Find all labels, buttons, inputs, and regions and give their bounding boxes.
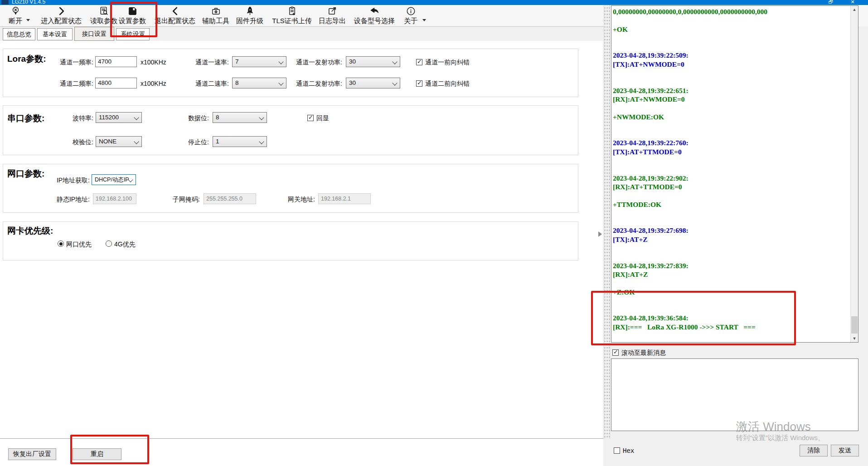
ch1-rate-value: 7 — [235, 58, 239, 65]
send-input[interactable] — [611, 358, 858, 431]
certificate-upload-icon — [287, 6, 297, 16]
log-line — [613, 34, 844, 42]
toolbar-item-label: 日志导出 — [319, 17, 346, 25]
log-line — [613, 252, 844, 261]
ch2-rate-value: 8 — [235, 79, 239, 86]
read-params-icon — [99, 6, 109, 16]
maximize-icon[interactable]: 🗗 — [824, 0, 838, 5]
log-export-icon — [327, 6, 338, 16]
chevron-down-icon — [392, 59, 397, 64]
4g-first-radio[interactable] — [106, 240, 112, 247]
log-line — [613, 42, 844, 51]
ethernet-first-radio[interactable] — [58, 240, 64, 247]
exit-config-button[interactable]: 退出配置状态 — [151, 5, 199, 26]
toolbar-item-label: 断开 — [9, 17, 22, 25]
read-params-button[interactable]: 读取参数 — [89, 5, 119, 26]
ch2-power-select[interactable]: 30 — [346, 78, 400, 88]
chevron-down-icon — [278, 80, 283, 85]
tab-interface-settings[interactable]: 接口设置 — [74, 27, 114, 41]
databits-select[interactable]: 8 — [213, 112, 267, 123]
tab-info-overview[interactable]: 信息总览 — [3, 28, 35, 40]
firmware-upgrade-button[interactable]: 固件升级 — [235, 5, 265, 26]
set-params-button[interactable]: 设置参数 — [116, 5, 149, 26]
ch2-rate-select[interactable]: 8 — [232, 78, 286, 88]
log-line — [613, 191, 844, 200]
baud-select[interactable]: 115200 — [96, 112, 142, 123]
about-button[interactable]: 关于 — [402, 5, 419, 26]
app-icon — [1, 0, 9, 5]
clear-button[interactable]: 清除 — [800, 445, 828, 456]
panel-splitter[interactable] — [604, 5, 610, 439]
hex-checkbox[interactable] — [614, 447, 620, 454]
log-output-panel[interactable]: 0,00000000,00000000,0,0000000000,0000000… — [611, 5, 858, 343]
chevron-down-icon — [259, 139, 264, 144]
log-line: [RX]:AT+TTMODE=0 — [613, 182, 844, 191]
factory-reset-button[interactable]: 恢复出厂设置 — [8, 448, 56, 460]
device-model-button[interactable]: 设备型号选择 — [353, 5, 396, 26]
scroll-up-icon[interactable]: ▲ — [851, 6, 858, 13]
tab-label: 信息总览 — [7, 30, 31, 39]
pin-disconnect-icon — [10, 6, 21, 16]
log-line: 2023-04-28,19:39:27:839: — [613, 261, 844, 270]
about-dropdown-arrow-icon[interactable] — [422, 19, 426, 21]
ip-mode-select[interactable]: DHCP/动态IP — [92, 174, 136, 185]
ch1-power-label: 通道一发射功率: — [288, 59, 342, 67]
echo-checkbox[interactable] — [307, 115, 314, 121]
log-line — [613, 305, 844, 314]
reboot-button[interactable]: 重启 — [73, 448, 121, 460]
ch2-freq-input[interactable]: 4800 — [95, 78, 137, 88]
log-line: [TX]:AT+TTMODE=0 — [613, 147, 844, 156]
ch2-rate-label: 通道二速率: — [191, 80, 229, 88]
log-line: 2023-04-28,19:39:36:584: — [613, 314, 844, 322]
network-groupbox — [3, 164, 578, 213]
toolbar-item-label: 设置参数 — [119, 17, 146, 25]
ch1-fec-label: 通道一前向纠错 — [425, 59, 470, 67]
log-line: 2023-04-28,19:39:22:509: — [613, 51, 844, 59]
parity-select[interactable]: NONE — [96, 136, 142, 147]
ch1-freq-input[interactable]: 4700 — [95, 56, 137, 67]
subnet-mask-label: 子网掩码: — [170, 196, 200, 204]
splitter-collapse-icon[interactable] — [598, 231, 602, 237]
chevron-right-icon — [56, 6, 67, 16]
scroll-to-latest-checkbox[interactable] — [612, 349, 619, 356]
ch1-fec-checkbox[interactable] — [416, 59, 422, 65]
log-line — [613, 217, 844, 226]
ch1-rate-select[interactable]: 7 — [232, 56, 286, 67]
ch2-freq-label: 通道二频率: — [45, 80, 93, 88]
echo-label: 回显 — [316, 114, 329, 123]
log-line — [613, 16, 844, 25]
tab-basic-settings[interactable]: 基本设置 — [37, 28, 73, 40]
log-line — [613, 165, 844, 173]
stopbits-label: 停止位: — [184, 138, 209, 147]
log-export-button[interactable]: 日志导出 — [317, 5, 347, 26]
log-content: 0,00000000,00000000,0,0000000000,0000000… — [613, 7, 844, 331]
static-ip-label: 静态IP地址: — [45, 196, 90, 204]
windows-activation-watermark-sub: 转到“设置”以激活 Windows。 — [736, 434, 824, 442]
lora-section-title: Lora参数: — [7, 53, 46, 65]
ch2-fec-checkbox[interactable] — [416, 80, 422, 87]
chevron-left-icon — [170, 6, 180, 16]
tls-cert-upload-button[interactable]: TLS证书上传 — [271, 5, 313, 26]
aux-tools-button[interactable]: 辅助工具 — [201, 5, 230, 26]
ch1-power-select[interactable]: 30 — [346, 56, 400, 67]
send-button[interactable]: 发送 — [831, 445, 859, 456]
enter-config-button[interactable]: 进入配置状态 — [35, 5, 87, 26]
title-bar: LG210 V1.4.5 🗗 ✕ — [0, 0, 868, 5]
disconnect-dropdown-arrow-icon[interactable] — [26, 19, 30, 21]
ch1-power-value: 30 — [349, 58, 356, 65]
log-scrollbar[interactable]: ▲ ▼ — [850, 6, 858, 342]
log-line: +Z:OK — [613, 288, 844, 296]
stopbits-select[interactable]: 1 — [213, 136, 267, 147]
ch1-rate-label: 通道一速率: — [191, 59, 229, 67]
scrollbar-thumb[interactable] — [851, 316, 858, 334]
tab-label: 系统设置 — [121, 30, 145, 39]
close-icon[interactable]: ✕ — [846, 0, 859, 5]
disconnect-button[interactable]: 断开 — [1, 5, 30, 26]
tab-label: 接口设置 — [82, 30, 107, 38]
scroll-down-icon[interactable]: ▼ — [851, 335, 858, 342]
log-line — [613, 244, 844, 252]
databits-value: 8 — [216, 114, 219, 121]
ch1-freq-label: 通道一频率: — [45, 59, 93, 67]
tab-system-settings[interactable]: 系统设置 — [116, 28, 150, 40]
baud-label: 波特率: — [54, 114, 93, 123]
